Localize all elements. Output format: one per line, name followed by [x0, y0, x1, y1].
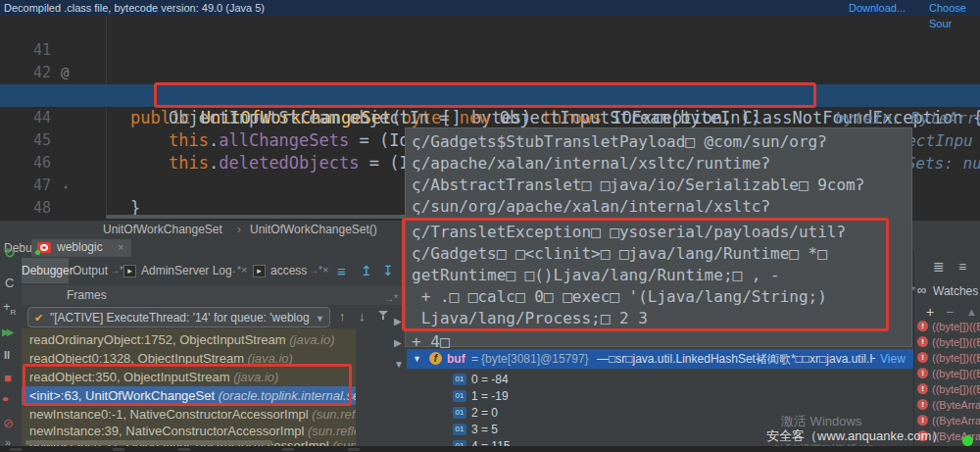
console-icon: ▸	[253, 265, 266, 277]
banner-text: Decompiled .class file, bytecode version…	[4, 2, 265, 14]
popup-line: ς/AbstractTranslet□ □java/io/Serializabl…	[412, 176, 864, 195]
add-run-config-icon[interactable]: +R	[3, 300, 16, 320]
annotation-box-code-line	[154, 82, 816, 108]
expander-icon[interactable]: ▼	[413, 349, 421, 369]
close-icon[interactable]: ×	[118, 241, 123, 253]
taskbar-glimpse	[282, 448, 294, 451]
annotation-box-frames	[23, 364, 352, 406]
show-execution-point-icon[interactable]: ↥	[361, 263, 372, 278]
code-line-42[interactable]: 42 ByteArrayInputStream byteIn = new Byt…	[0, 39, 980, 62]
frames-horizontal-scrollbar[interactable]	[25, 440, 272, 445]
watch-item[interactable]: !((byte[])((By	[917, 335, 980, 349]
list-view-icon[interactable]: ≣	[933, 260, 945, 274]
rerun-icon[interactable]: ↻	[4, 245, 16, 261]
close-icon[interactable]: ×	[241, 264, 247, 276]
session-tab-label: weblogic	[57, 240, 103, 254]
editor-horizontal-scrollbar[interactable]	[106, 215, 417, 219]
taskbar-glimpse	[348, 448, 360, 451]
byte-type-badge: 01	[453, 374, 466, 385]
tab-output[interactable]: Output	[73, 258, 108, 283]
error-icon: !	[917, 336, 928, 347]
watch-item[interactable]: !((byte[])((By	[917, 320, 980, 333]
breadcrumb-method[interactable]: UnitOfWorkChangeSet()	[250, 221, 377, 239]
frame-up-icon[interactable]: ↑	[339, 310, 346, 324]
remove-watch-icon[interactable]: −	[946, 304, 954, 320]
oracle-ring	[40, 244, 48, 251]
frame-row[interactable]: readOrdinaryObject:1752, ObjectInputStre…	[22, 330, 356, 349]
watch-item[interactable]: !((byte[])((By	[917, 367, 980, 380]
pin-icon[interactable]: →*	[309, 265, 322, 276]
view-breakpoints-icon[interactable]: ●●	[2, 394, 5, 404]
taskbar-glimpse	[10, 448, 22, 451]
status-green-dot	[962, 435, 973, 446]
thread-status-check-icon: ✔	[34, 309, 43, 327]
pin-icon[interactable]: →*	[227, 265, 241, 276]
watches-title: Watches	[933, 284, 978, 298]
close-icon[interactable]: ×	[322, 264, 328, 276]
array-element-row[interactable]: 011 = -19	[407, 388, 897, 404]
tab-debugger[interactable]: Debugger	[22, 258, 69, 283]
oracle-icon	[37, 242, 51, 253]
error-icon: !	[917, 383, 928, 394]
variable-type: {byte[3081]@15797}	[481, 349, 589, 369]
add-watch-icon[interactable]: +	[926, 304, 934, 320]
running-indicator-dot	[35, 250, 40, 255]
watches-infinity-icon: ∞	[917, 282, 926, 297]
variable-value: —□sr□java.util.LinkedHashSet褚衠歌*□□xr□jav…	[597, 349, 875, 369]
code-line-43[interactable]: 43 ObjectInputStream objectIn = new Obje…	[0, 62, 980, 84]
byte-type-badge: 01	[453, 390, 466, 402]
window-bottom-edge	[0, 446, 980, 452]
view-link[interactable]: View	[880, 349, 906, 369]
byte-type-badge: 01	[453, 424, 466, 435]
byte-type-badge: 01	[453, 407, 466, 419]
frames-title: Frames	[67, 285, 107, 305]
code-line-45[interactable]: 45 this.deletedObjects = (IdentityHashta…	[0, 107, 980, 129]
watch-item[interactable]: !((byte[])((By	[917, 351, 980, 365]
session-tab-weblogic[interactable]: weblogic ×	[31, 239, 131, 257]
filter-icon[interactable]	[378, 311, 388, 320]
error-icon: !	[917, 352, 928, 363]
breadcrumb-separator: ›	[237, 221, 241, 239]
code-line-41[interactable]: 41 @ ▾ public UnitOfWorkChangeSet(byte[]…	[0, 17, 980, 39]
pin-icon[interactable]: →*	[110, 265, 123, 276]
layout-menu-icon[interactable]: ≡	[337, 263, 346, 279]
pause-icon[interactable]: II	[4, 349, 10, 361]
ide-window: Decompiled .class file, bytecode version…	[0, 0, 980, 452]
scroll-down-icon[interactable]: ▼	[394, 359, 404, 370]
scroll-right-icon[interactable]: ▶	[394, 337, 402, 348]
download-link[interactable]: Download...	[849, 0, 906, 16]
equals-sign: =	[471, 349, 478, 369]
popup-line: ς/apache/xalan/internal/xsltc/runtimeʔ	[412, 154, 770, 174]
taskbar-glimpse	[113, 448, 124, 451]
array-element-row[interactable]: 010 = -84	[407, 372, 897, 387]
popup-line: ς/Gadgets$StubTransletPayload□ @com/sun/…	[412, 132, 827, 152]
popup-line: ς/sun/org/apache/xalan/internal/xsltcʔ	[412, 197, 770, 217]
scroll-right-icon[interactable]: ▶	[394, 316, 402, 326]
chevron-down-icon: ▼	[316, 310, 324, 327]
frames-panel-header: Frames →*	[22, 285, 405, 305]
watch-item[interactable]: !((byte[])((By	[917, 382, 980, 396]
annotation-box-popup	[402, 218, 889, 331]
tab-adminserver-log[interactable]: AdminServer Log	[141, 258, 232, 283]
step-over-icon[interactable]: ↧	[382, 263, 394, 278]
thread-selector[interactable]: ✔ "[ACTIVE] ExecuteThread: '14' for queu…	[27, 307, 330, 327]
resume-icon[interactable]: ▶▶	[2, 326, 11, 337]
variable-row-buf[interactable]: ▼ f buf = {byte[3081]@15797} —□sr□java.u…	[407, 349, 913, 369]
error-icon: !	[917, 321, 928, 331]
watch-item[interactable]: !((ByteArray	[917, 398, 980, 412]
move-up-icon[interactable]: ▲	[966, 306, 977, 318]
error-icon: !	[917, 415, 928, 426]
breadcrumb-class[interactable]: UnitOfWorkChangeSet	[103, 221, 222, 239]
console-icon: ▸	[123, 265, 136, 277]
stop-icon[interactable]: ■	[4, 371, 12, 385]
taskbar-glimpse	[178, 448, 190, 451]
pin-icon[interactable]: →*	[384, 289, 398, 309]
columns-view-icon[interactable]: ≡	[958, 260, 966, 274]
refresh-icon[interactable]: C	[5, 276, 14, 290]
tab-access[interactable]: access	[270, 258, 307, 283]
variable-name: buf	[447, 349, 466, 369]
frame-down-icon[interactable]: ↓	[359, 310, 366, 324]
error-icon: !	[917, 368, 928, 378]
watch-item[interactable]: !((ByteArray	[917, 414, 980, 427]
mute-breakpoints-icon[interactable]: ⊘	[3, 416, 14, 430]
